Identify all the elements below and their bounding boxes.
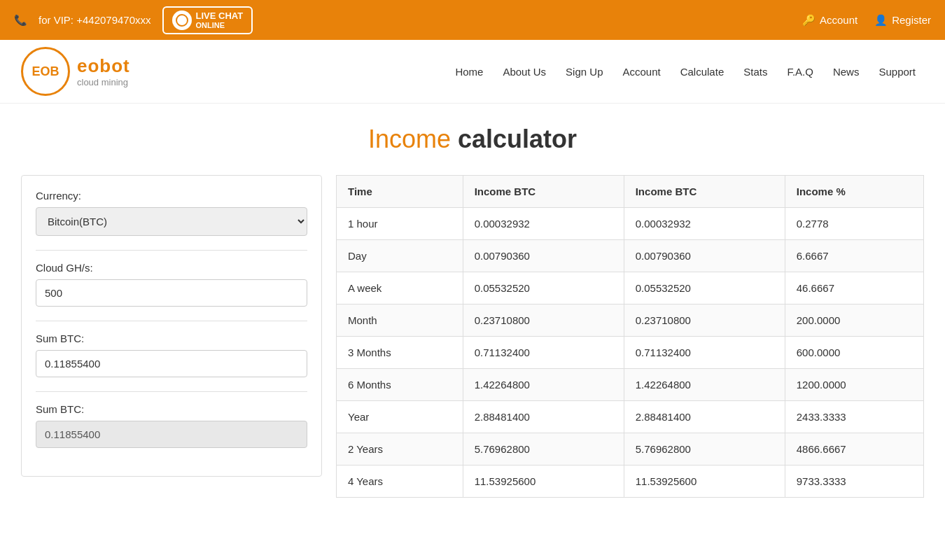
account-icon: 🔑 (802, 14, 816, 27)
currency-select[interactable]: Bitcoin(BTC) Ethereum(ETH) Litecoin(LTC)… (36, 207, 307, 236)
top-bar: 📞 for VIP: +442079470xxx LIVE CHAT ONLIN… (0, 0, 945, 40)
logo-area: EOB eobot cloud mining (21, 47, 130, 96)
table-row: 1 hour 0.00032932 0.00032932 0.2778 (337, 208, 924, 240)
nav-about[interactable]: About Us (494, 62, 554, 82)
nav-home[interactable]: Home (447, 62, 491, 82)
brand-name: eobot (77, 55, 130, 77)
cell-income-pct: 6.6667 (785, 240, 923, 272)
currency-label: Currency: (36, 190, 307, 202)
cell-income-btc-1: 2.88481400 (463, 401, 624, 433)
logo-circle-text: EOB (31, 64, 59, 79)
title-income: Income (368, 125, 451, 153)
cell-income-btc-1: 0.00032932 (463, 208, 624, 240)
cloud-field-group: Cloud GH/s: (36, 262, 307, 307)
register-icon: 👤 (874, 14, 888, 27)
live-chat-button[interactable]: LIVE CHAT ONLINE (162, 6, 253, 34)
cell-income-btc-1: 5.76962800 (463, 433, 624, 465)
cell-income-btc-2: 0.71132400 (624, 337, 785, 369)
sum-btc-label-2: Sum BTC: (36, 403, 307, 415)
phone-label: for VIP: +442079470xxx (38, 14, 151, 26)
cell-income-pct: 2433.3333 (785, 401, 923, 433)
col-time: Time (337, 176, 463, 208)
main-content: Income calculator Currency: Bitcoin(BTC)… (0, 104, 945, 519)
cell-income-btc-2: 0.23710800 (624, 304, 785, 337)
currency-field-group: Currency: Bitcoin(BTC) Ethereum(ETH) Lit… (36, 190, 307, 236)
nav-stats[interactable]: Stats (735, 62, 776, 82)
cell-income-pct: 200.0000 (785, 304, 923, 337)
divider-3 (36, 391, 307, 392)
chat-inner-icon (176, 14, 188, 27)
cell-time: A week (337, 272, 463, 304)
logo-circle: EOB (21, 47, 70, 96)
header: EOB eobot cloud mining Home About Us Sig… (0, 40, 945, 104)
divider-1 (36, 250, 307, 251)
cell-income-btc-2: 11.53925600 (624, 465, 785, 498)
live-chat-sub: ONLINE (196, 21, 244, 29)
cell-time: 2 Years (337, 433, 463, 465)
account-link[interactable]: 🔑 Account (802, 14, 858, 27)
cell-income-btc-1: 0.71132400 (463, 337, 624, 369)
table-row: A week 0.05532520 0.05532520 46.6667 (337, 272, 924, 304)
cell-time: Day (337, 240, 463, 272)
cell-income-pct: 4866.6667 (785, 433, 923, 465)
table-row: 3 Months 0.71132400 0.71132400 600.0000 (337, 337, 924, 369)
cell-income-pct: 46.6667 (785, 272, 923, 304)
sum-btc-field-group-2: Sum BTC: 0.11855400 (36, 403, 307, 448)
cell-income-btc-2: 2.88481400 (624, 401, 785, 433)
cell-time: 4 Years (337, 465, 463, 498)
table-row: Day 0.00790360 0.00790360 6.6667 (337, 240, 924, 272)
page-title: Income calculator (21, 125, 924, 154)
cloud-input[interactable] (36, 279, 307, 307)
cell-time: 1 hour (337, 208, 463, 240)
cell-income-pct: 1200.0000 (785, 369, 923, 401)
top-bar-right: 🔑 Account 👤 Register (802, 14, 931, 27)
cell-income-btc-1: 0.05532520 (463, 272, 624, 304)
live-chat-text: LIVE CHAT ONLINE (196, 10, 244, 29)
col-income-btc-2: Income BTC (624, 176, 785, 208)
logo-text: eobot cloud mining (77, 55, 130, 88)
nav-account[interactable]: Account (614, 62, 668, 82)
nav-news[interactable]: News (825, 62, 868, 82)
title-calculator: calculator (458, 125, 577, 153)
nav-faq[interactable]: F.A.Q (778, 62, 822, 82)
account-label: Account (820, 14, 858, 26)
cell-income-btc-2: 0.00790360 (624, 240, 785, 272)
cell-time: 6 Months (337, 369, 463, 401)
nav-calculate[interactable]: Calculate (672, 62, 733, 82)
nav-support[interactable]: Support (870, 62, 924, 82)
income-table: Time Income BTC Income BTC Income % 1 ho… (336, 175, 924, 498)
register-label: Register (892, 14, 931, 26)
table-row: Month 0.23710800 0.23710800 200.0000 (337, 304, 924, 337)
table-row: Year 2.88481400 2.88481400 2433.3333 (337, 401, 924, 433)
cell-income-btc-1: 0.23710800 (463, 304, 624, 337)
table-row: 6 Months 1.42264800 1.42264800 1200.0000 (337, 369, 924, 401)
divider-2 (36, 321, 307, 321)
cloud-label: Cloud GH/s: (36, 262, 307, 274)
cell-income-btc-2: 1.42264800 (624, 369, 785, 401)
table-head: Time Income BTC Income BTC Income % (337, 176, 924, 208)
cell-income-btc-2: 5.76962800 (624, 433, 785, 465)
sum-btc-input-1[interactable] (36, 350, 307, 377)
top-bar-left: 📞 for VIP: +442079470xxx LIVE CHAT ONLIN… (14, 6, 253, 34)
cell-income-pct: 600.0000 (785, 337, 923, 369)
col-income-btc-1: Income BTC (463, 176, 624, 208)
sum-btc-label-1: Sum BTC: (36, 332, 307, 344)
live-chat-label: LIVE CHAT (196, 10, 244, 21)
cell-time: Month (337, 304, 463, 337)
cell-time: Year (337, 401, 463, 433)
cell-income-pct: 9733.3333 (785, 465, 923, 498)
cell-income-btc-2: 0.00032932 (624, 208, 785, 240)
table-row: 2 Years 5.76962800 5.76962800 4866.6667 (337, 433, 924, 465)
register-link[interactable]: 👤 Register (874, 14, 931, 27)
cell-income-btc-1: 11.53925600 (463, 465, 624, 498)
cell-income-pct: 0.2778 (785, 208, 923, 240)
right-panel: Time Income BTC Income BTC Income % 1 ho… (336, 175, 924, 498)
cell-income-btc-1: 1.42264800 (463, 369, 624, 401)
brand-sub: cloud mining (77, 77, 130, 88)
nav-signup[interactable]: Sign Up (557, 62, 611, 82)
col-income-pct: Income % (785, 176, 923, 208)
cell-income-btc-2: 0.05532520 (624, 272, 785, 304)
sum-btc-field-group-1: Sum BTC: (36, 332, 307, 377)
main-nav: Home About Us Sign Up Account Calculate … (447, 62, 924, 82)
cell-time: 3 Months (337, 337, 463, 369)
